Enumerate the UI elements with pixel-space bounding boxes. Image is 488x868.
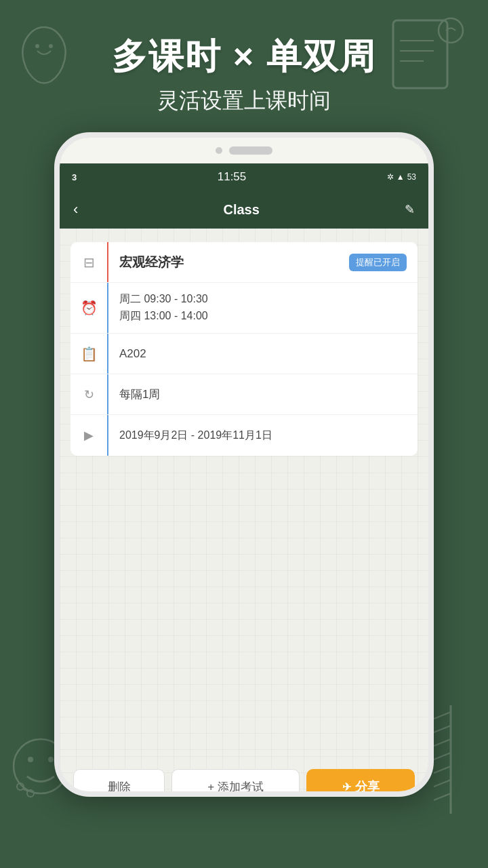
book-icon-area: ⊟ <box>70 242 108 282</box>
bottom-buttons: 删除 + 添加考试 ✈ 分享 <box>60 756 428 797</box>
course-name-row: ⊟ 宏观经济学 提醒已开启 <box>70 242 418 283</box>
status-time: 11:55 <box>218 170 247 184</box>
svg-point-8 <box>28 757 33 762</box>
alarm-icon-area: ⏰ <box>70 283 108 333</box>
main-title: 多课时 × 单双周 <box>112 33 375 81</box>
interval-content: 每隔1周 <box>108 374 418 414</box>
status-bar: 3 11:55 ✲ ▲ 53 <box>60 163 428 191</box>
location-row: 📋 A202 <box>70 334 418 374</box>
svg-line-19 <box>434 780 451 787</box>
svg-line-18 <box>434 766 451 773</box>
play-icon: ▶ <box>84 428 94 443</box>
svg-line-16 <box>434 739 451 746</box>
interval-text: 每隔1周 <box>119 387 160 402</box>
phone-top <box>60 138 428 163</box>
interval-row: ↻ 每隔1周 <box>70 374 418 415</box>
time-row: ⏰ 周二 09:30 - 10:30 周四 13:00 - 14:00 <box>70 283 418 334</box>
date-range-text: 2019年9月2日 - 2019年11月1日 <box>119 429 272 443</box>
date-range-row: ▶ 2019年9月2日 - 2019年11月1日 <box>70 415 418 456</box>
course-name-content: 宏观经济学 提醒已开启 <box>108 242 418 282</box>
phone-speaker <box>229 146 272 155</box>
svg-line-17 <box>434 753 451 760</box>
interval-icon-area: ↻ <box>70 374 108 414</box>
share-label: 分享 <box>355 778 380 795</box>
app-header: ‹ Class ✎ <box>60 191 428 229</box>
phone-camera <box>216 147 222 154</box>
battery-level: 53 <box>407 172 416 182</box>
page-title: Class <box>223 202 259 218</box>
status-left: 3 <box>72 172 77 182</box>
location-content: A202 <box>108 334 418 374</box>
repeat-icon: ↻ <box>84 387 94 402</box>
edit-button[interactable]: ✎ <box>405 202 415 217</box>
time-line-2: 周四 13:00 - 14:00 <box>119 309 208 323</box>
clipboard-icon: 📋 <box>81 346 98 362</box>
svg-line-14 <box>434 712 451 719</box>
date-icon-area: ▶ <box>70 415 108 456</box>
add-exam-button[interactable]: + 添加考试 <box>171 769 300 797</box>
course-name: 宏观经济学 <box>119 254 349 271</box>
svg-point-10 <box>17 783 24 790</box>
alarm-icon: ⏰ <box>81 300 98 316</box>
share-button[interactable]: ✈ 分享 <box>306 769 415 797</box>
svg-line-20 <box>434 793 451 800</box>
svg-point-11 <box>27 790 34 797</box>
header-area: 多课时 × 单双周 灵活设置上课时间 <box>0 0 488 149</box>
back-button[interactable]: ‹ <box>73 201 78 218</box>
class-card: ⊟ 宏观经济学 提醒已开启 ⏰ 周二 09:30 - 10:30 <box>70 242 418 456</box>
svg-point-9 <box>48 757 54 762</box>
time-content: 周二 09:30 - 10:30 周四 13:00 - 14:00 <box>108 283 418 333</box>
status-right: ✲ ▲ 53 <box>387 172 416 182</box>
wifi-icon: ▲ <box>396 172 405 182</box>
svg-line-15 <box>434 726 451 732</box>
location-icon-area: 📋 <box>70 334 108 374</box>
book-icon: ⊟ <box>83 254 95 271</box>
svg-line-12 <box>22 789 28 791</box>
reminder-badge: 提醒已开启 <box>349 254 407 271</box>
bluetooth-icon: ✲ <box>387 172 394 182</box>
content-area: ⊟ 宏观经济学 提醒已开启 ⏰ 周二 09:30 - 10:30 <box>60 229 428 756</box>
date-range-content: 2019年9月2日 - 2019年11月1日 <box>108 415 418 456</box>
share-icon: ✈ <box>342 781 351 793</box>
phone-mockup: 3 11:55 ✲ ▲ 53 ‹ Class ✎ ⊟ <box>54 132 434 797</box>
time-info: 周二 09:30 - 10:30 周四 13:00 - 14:00 <box>119 292 208 323</box>
sub-title: 灵活设置上课时间 <box>157 86 331 116</box>
time-line-1: 周二 09:30 - 10:30 <box>119 292 208 307</box>
delete-button[interactable]: 删除 <box>73 769 165 797</box>
location-text: A202 <box>119 347 146 361</box>
